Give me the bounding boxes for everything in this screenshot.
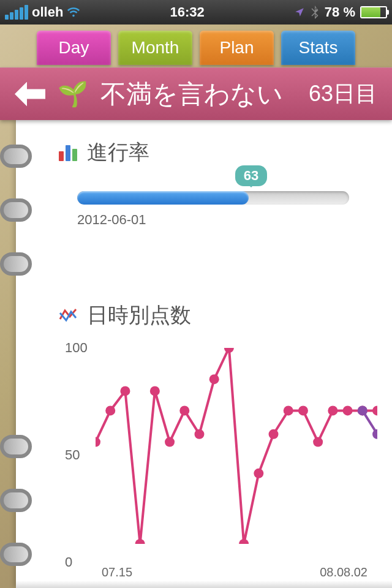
signal-icon xyxy=(5,5,28,20)
bar-chart-icon xyxy=(59,144,78,161)
y-tick-50: 50 xyxy=(65,447,80,463)
svg-point-4 xyxy=(150,386,160,396)
y-tick-0: 0 xyxy=(65,554,72,570)
svg-point-13 xyxy=(284,405,293,415)
x-tick-left: 07.15 xyxy=(102,565,132,579)
tab-bar: Day Month Plan Stats xyxy=(0,24,392,67)
tab-stats[interactable]: Stats xyxy=(281,31,355,65)
header-bar: 🌱 不満を言わない 63日目 xyxy=(0,67,392,120)
location-icon xyxy=(294,7,305,18)
y-tick-100: 100 xyxy=(65,340,88,356)
day-count: 63日目 xyxy=(309,79,377,109)
battery-pct: 78 % xyxy=(325,4,355,20)
carrier-label: olleh xyxy=(32,4,63,20)
line-chart-icon xyxy=(59,307,78,324)
svg-point-0 xyxy=(96,437,100,447)
progress-start-date: 2012-06-01 xyxy=(77,212,349,228)
progress-fill xyxy=(77,191,249,205)
x-tick-right: 08.08.02 xyxy=(320,565,368,579)
line-chart: 100 50 0 07.15 08.08.02 xyxy=(65,348,368,562)
tab-plan[interactable]: Plan xyxy=(200,31,274,65)
wifi-icon xyxy=(67,6,80,19)
line-section-title: 日時別点数 xyxy=(59,301,368,330)
progress-bar: 63 2012-06-01 xyxy=(77,191,349,228)
svg-point-8 xyxy=(209,374,219,384)
progress-section-title: 進行率 xyxy=(59,138,368,167)
svg-point-10 xyxy=(239,539,249,544)
page-title: 不満を言わない xyxy=(100,77,283,111)
svg-point-11 xyxy=(254,469,263,478)
page-content: 進行率 63 2012-06-01 日時別点数 100 50 0 07.15 0… xyxy=(16,120,392,588)
svg-point-14 xyxy=(298,405,308,415)
svg-point-20 xyxy=(358,405,368,415)
svg-point-21 xyxy=(372,429,377,439)
svg-point-1 xyxy=(105,405,115,415)
progress-bubble: 63 xyxy=(235,165,267,186)
svg-point-3 xyxy=(135,539,145,544)
svg-point-6 xyxy=(179,405,189,415)
svg-point-15 xyxy=(313,437,323,447)
svg-point-17 xyxy=(343,405,353,415)
back-arrow-icon[interactable] xyxy=(15,82,45,107)
tab-day[interactable]: Day xyxy=(37,31,111,65)
battery-icon xyxy=(360,6,387,18)
sprout-icon: 🌱 xyxy=(58,80,88,108)
svg-point-16 xyxy=(328,405,337,415)
svg-point-2 xyxy=(120,386,130,396)
svg-point-7 xyxy=(194,429,204,439)
bluetooth-icon xyxy=(310,6,320,19)
svg-point-9 xyxy=(224,348,234,353)
binder-rings xyxy=(0,145,32,588)
clock: 16:32 xyxy=(170,4,204,20)
svg-point-5 xyxy=(165,437,175,447)
svg-point-19 xyxy=(372,405,377,415)
status-bar: olleh 16:32 78 % xyxy=(0,0,392,24)
tab-month[interactable]: Month xyxy=(118,31,192,65)
svg-point-12 xyxy=(269,429,279,439)
